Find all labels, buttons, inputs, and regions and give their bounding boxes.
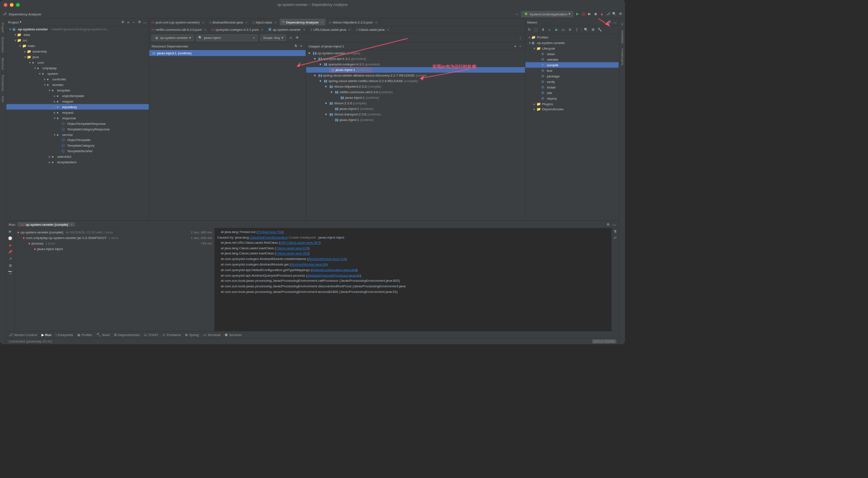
hide-icon[interactable]: — <box>143 20 147 24</box>
dependency-search[interactable]: 🔍 × <box>196 34 258 41</box>
wrench-icon[interactable]: 🔧 <box>598 27 602 32</box>
analyzer-icon[interactable]: ⊞ <box>591 27 595 32</box>
gear-icon[interactable]: ⚙ <box>606 222 610 227</box>
expand-icon[interactable]: ≡ <box>299 44 303 48</box>
tree-item[interactable]: ⒸTemplateCategory <box>6 143 149 148</box>
tree-item[interactable]: ▾●service <box>6 132 149 137</box>
project-tree[interactable]: ▾▣op-system-ceneter~/IdeaProjects/Learni… <box>6 26 149 220</box>
hide-icon[interactable]: — <box>612 222 616 227</box>
tree-icon[interactable]: ⇅ <box>294 44 298 48</box>
editor-tab[interactable]: JAbstractModule.java× <box>207 18 250 26</box>
gear-icon[interactable]: ⚙ <box>137 20 141 24</box>
run-config-selector[interactable]: ⬢ SystemCenterApplication ▾ <box>521 11 573 17</box>
collapse-icon[interactable]: ÷ <box>132 20 136 24</box>
side-tab[interactable]: m <box>620 21 625 28</box>
editor-tab[interactable]: mribbon-httpclient-2.3.0.pom× <box>326 18 380 26</box>
tree-item[interactable]: ⒸObjectTemplate <box>6 137 149 143</box>
side-tab[interactable]: Notifications <box>620 46 625 68</box>
run-tree-item[interactable]: ●com.only4play:op-system-ceneter:jar:1.0… <box>16 235 213 240</box>
project-view-label[interactable]: Project <box>8 20 19 24</box>
filter-icon[interactable]: ⚪ <box>8 236 12 240</box>
tree-item[interactable]: ▸●templateitem <box>6 159 149 165</box>
editor-tab[interactable]: ⊞Dependency Analyzer× <box>279 18 326 26</box>
bottom-toolbar[interactable]: ⎇Version Control▶Run⟟Endpoints◉Profiler🔨… <box>6 331 619 338</box>
stop-icon[interactable]: ■ <box>600 12 604 16</box>
run-tree-item[interactable]: ●op-system-ceneter [compile]: At 2022/8/… <box>16 229 213 235</box>
module-selector[interactable]: ▣ op-system-ceneter ▾ <box>152 34 194 41</box>
maven-tree[interactable]: ▸📁Profiles▾▣op-system-ceneter▾📁Lifecycle… <box>525 34 619 220</box>
editor-tab[interactable]: JInject.class× <box>250 18 280 26</box>
close-icon[interactable]: × <box>70 223 73 227</box>
tree-item[interactable]: ▾📁java <box>6 54 149 60</box>
eye-icon[interactable]: 👁 <box>295 35 299 40</box>
bottom-bar-item[interactable]: ⎇Version Control <box>9 333 37 336</box>
search-input[interactable] <box>204 36 251 40</box>
tree-item[interactable]: ▸●mapper <box>6 98 149 104</box>
warning-icon[interactable]: ⚠ <box>288 35 293 40</box>
bottom-bar-item[interactable]: 🔨Build <box>97 333 110 336</box>
expand-icon[interactable]: ≡ <box>126 20 130 24</box>
usage-item[interactable]: ▾ ▮▮ querydsl-apt:4.3.1 (provided) <box>306 56 525 62</box>
maven-item[interactable]: ⚙package <box>525 73 619 79</box>
side-tab[interactable]: Structure <box>0 55 5 73</box>
usage-item[interactable]: ▮▮ javax.inject:1 (runtime) <box>306 117 525 123</box>
bottom-bar-item[interactable]: ⊞Dependencies <box>114 333 140 336</box>
editor-tab[interactable]: ▣op-system-ceneter× <box>266 26 308 33</box>
minimize-icon[interactable] <box>10 3 14 7</box>
scroll-icon[interactable]: ⇅ <box>613 229 617 233</box>
editor-tabs-row1[interactable]: mpom.xml (op-system-ceneter)×JAbstractMo… <box>149 18 525 26</box>
maven-item[interactable]: ⚙install <box>525 84 619 90</box>
tree-item[interactable]: ▾●com <box>6 60 149 65</box>
tree-item[interactable]: ▾📁.idea <box>6 32 149 38</box>
bottom-bar-item[interactable]: ⚠Problems <box>162 333 181 336</box>
maven-item[interactable]: ▾▣op-system-ceneter <box>525 40 619 46</box>
run-icon[interactable]: ▶ <box>575 12 579 16</box>
project-root[interactable]: ▾▣op-system-ceneter~/IdeaProjects/Learni… <box>6 27 149 32</box>
expand-icon[interactable]: ≡ <box>513 44 517 48</box>
run-tab[interactable]: m op-system-ceneter [compile] × <box>18 222 75 227</box>
maximize-icon[interactable] <box>16 3 20 7</box>
profile-icon[interactable]: ◉ <box>594 12 598 16</box>
tree-item[interactable]: ▸●selectdict <box>6 154 149 159</box>
usage-item[interactable]: ▾ ▮▮ spring-cloud-starter-alibaba-nacos-… <box>306 73 525 78</box>
tree-item[interactable]: ▸●controller <box>6 77 149 82</box>
maven-item[interactable]: ⚙test <box>525 68 619 73</box>
side-tab[interactable]: Bookmarks <box>0 35 5 55</box>
bottom-bar-item[interactable]: ❀Spring <box>185 333 199 336</box>
maven-item[interactable]: ⚙compile <box>525 62 619 68</box>
editor-tabs-row2[interactable]: mnetflix-commons-util-0.3.0.pom×mqueryds… <box>149 26 525 33</box>
bottom-bar-item[interactable]: ▭Terminal <box>203 333 220 336</box>
console-output[interactable]: at java.lang.Thread.run (Thread.java:750… <box>215 228 612 331</box>
side-tab[interactable]: Persistence <box>0 73 5 94</box>
skip-icon[interactable]: ⤴ <box>575 27 579 32</box>
usage-item[interactable]: ▾ ▮▮ ribbon-httpclient:2.3.0 (compile) <box>306 84 525 89</box>
stop-icon[interactable]: ■ <box>8 243 12 247</box>
debug-icon[interactable]: 🐞 <box>581 12 586 16</box>
pin-icon[interactable]: 📌 <box>8 250 12 254</box>
show-deps-icon[interactable]: 🔍 <box>584 27 588 32</box>
maven-item[interactable]: ⚙site <box>525 90 619 95</box>
back-icon[interactable]: ← <box>515 12 519 16</box>
maven-item[interactable]: ⚙deploy <box>525 95 619 101</box>
side-tab[interactable]: Database <box>620 28 625 46</box>
tree-item[interactable]: ⒸObjectTemplateResponse <box>6 121 149 126</box>
editor-tab[interactable]: mpom.xml (op-system-ceneter)× <box>149 18 207 26</box>
side-tab[interactable]: Project <box>0 21 5 35</box>
git-icon[interactable]: ⎇ <box>606 12 610 16</box>
clear-icon[interactable]: × <box>252 35 255 40</box>
bottom-bar-item[interactable]: ⟟Endpoints <box>56 333 73 336</box>
run-tree-item[interactable]: ●process 1 error754 ms <box>16 240 213 246</box>
resolved-dependency[interactable]: ▮▮ javax.inject:1 (runtime) <box>149 50 305 56</box>
tree-item[interactable]: ▾●domain <box>6 82 149 88</box>
run-icon[interactable]: ▶ <box>554 27 558 32</box>
locate-icon[interactable]: ⊕ <box>120 20 125 24</box>
usages-tree[interactable]: ▾ ▮▮ op-system-ceneter (compile)▾ ▮▮ que… <box>306 50 525 221</box>
tree-item[interactable]: ▾●only4play <box>6 65 149 71</box>
usage-item[interactable]: ▮▮ javax.inject:1 (runtime) <box>306 95 525 100</box>
rerun-icon[interactable]: ▶ <box>8 229 12 233</box>
exec-icon[interactable]: ▭ <box>561 27 565 32</box>
usage-item[interactable]: ▮▮ javax.inject:1 (runtime) <box>306 67 525 73</box>
bottom-bar-item[interactable]: ◉Profiler <box>77 333 92 336</box>
tree-item[interactable]: ▾📁main <box>6 43 149 49</box>
close-icon[interactable] <box>4 3 8 7</box>
